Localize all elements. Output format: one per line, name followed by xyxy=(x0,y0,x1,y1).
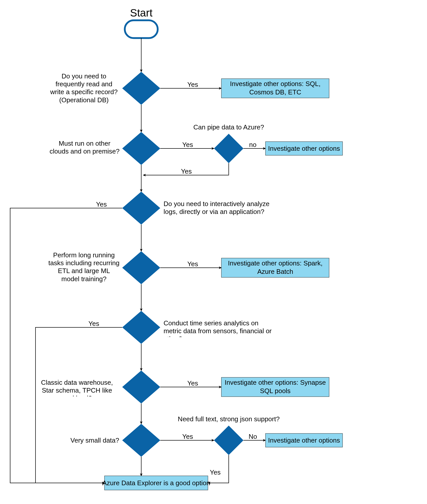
edge-d2b-back-label: Yes xyxy=(181,167,192,175)
process-p7-label: Investigate other options xyxy=(268,436,340,444)
decision-d2-label: Must run on other clouds and on premise? xyxy=(49,140,120,157)
edge-d2-d2b-label: Yes xyxy=(182,141,193,148)
decision-d7b xyxy=(214,426,243,455)
edge-d7b-final-label: Yes xyxy=(210,468,221,476)
decision-d5 xyxy=(122,311,160,344)
edge-d7b-p7-label: No xyxy=(248,433,257,440)
edge-d1-p1-label: Yes xyxy=(187,81,198,88)
decision-d4 xyxy=(122,251,160,284)
edge-d7-d7b-label: Yes xyxy=(182,433,193,440)
edge-d2b-p2-label: no xyxy=(249,141,257,148)
decision-d3-label: Do you need to interactively analyze log… xyxy=(164,200,270,218)
decision-d7 xyxy=(122,424,160,457)
decision-d5-label: Conduct time series analytics on metric … xyxy=(164,319,275,337)
decision-d3 xyxy=(122,192,160,225)
process-final-label: Azure Data Explorer is a good option xyxy=(102,479,210,487)
decision-d2b xyxy=(214,134,243,163)
decision-d6-label: Classic data warehouse, Star schema, TPC… xyxy=(34,379,120,396)
decision-d2 xyxy=(122,132,160,165)
edge-d5-final-label: Yes xyxy=(88,320,99,327)
decision-d1-label: Do you need to frequently read and write… xyxy=(48,72,120,105)
decision-d2b-label: Can pipe data to Azure? xyxy=(193,123,264,131)
start-node xyxy=(125,20,158,38)
decision-d7-label: Very small data? xyxy=(70,436,119,444)
decision-d6 xyxy=(122,371,160,404)
process-p6-label: Investigate other options: Synapse SQL p… xyxy=(223,378,327,396)
edge-d3-final-label: Yes xyxy=(96,200,107,208)
process-p2-label: Investigate other options xyxy=(268,145,340,152)
process-p4-label: Investigate other options: Spark, Azure … xyxy=(223,259,327,276)
start-label: Start xyxy=(130,7,153,19)
edge-d6-p6-label: Yes xyxy=(187,379,198,387)
edge-d4-p4-label: Yes xyxy=(187,260,198,268)
decision-d4-label: Perform long running tasks including rec… xyxy=(48,251,120,284)
edge-d5-final xyxy=(35,327,122,483)
decision-d1 xyxy=(122,72,160,105)
decision-d7b-label: Need full text, strong json support? xyxy=(178,415,280,423)
process-p1-label: Investigate other options: SQL, Cosmos D… xyxy=(223,80,327,97)
flowchart-canvas: Start Do you need to frequently read and… xyxy=(0,0,427,504)
